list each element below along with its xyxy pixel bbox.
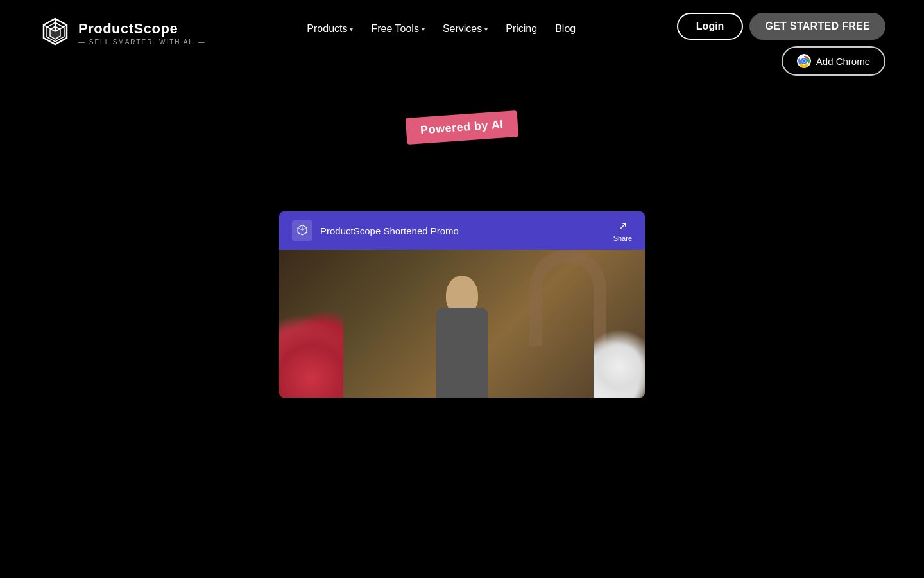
nav-links: Products ▾ Free Tools ▾ Services ▾ Prici… bbox=[300, 13, 582, 39]
chrome-icon bbox=[797, 54, 811, 68]
logo-icon bbox=[38, 16, 72, 49]
chevron-down-icon: ▾ bbox=[350, 26, 353, 33]
logo-name: ProductScope bbox=[78, 21, 206, 37]
video-channel-logo bbox=[292, 220, 312, 241]
navbar: ProductScope — SELL SMARTER. WITH AI. — … bbox=[0, 0, 924, 76]
chevron-down-icon: ▾ bbox=[484, 26, 488, 33]
nav-actions: Login GET STARTED FREE Add Chro bbox=[677, 13, 886, 76]
nav-actions-top: Login GET STARTED FREE bbox=[677, 13, 886, 40]
video-flowers-right bbox=[594, 320, 645, 398]
logo-text: ProductScope — SELL SMARTER. WITH AI. — bbox=[78, 21, 206, 46]
add-chrome-button[interactable]: Add Chrome bbox=[782, 46, 886, 76]
nav-free-tools[interactable]: Free Tools ▾ bbox=[364, 19, 431, 39]
video-flowers-left bbox=[279, 301, 343, 398]
svg-point-11 bbox=[803, 60, 805, 62]
video-figure bbox=[404, 263, 520, 398]
svg-line-15 bbox=[302, 227, 307, 230]
nav-products[interactable]: Products ▾ bbox=[300, 19, 359, 39]
logo-tagline: — SELL SMARTER. WITH AI. — bbox=[78, 39, 206, 46]
share-icon: ↗ bbox=[618, 219, 628, 233]
powered-badge-wrapper: Powered by AI bbox=[406, 114, 518, 141]
video-thumbnail[interactable] bbox=[279, 250, 645, 398]
get-started-button[interactable]: GET STARTED FREE bbox=[749, 13, 886, 40]
share-label: Share bbox=[613, 234, 632, 242]
video-share-button[interactable]: ↗ Share bbox=[613, 219, 632, 242]
svg-marker-6 bbox=[50, 26, 60, 39]
svg-line-14 bbox=[298, 227, 302, 230]
chevron-down-icon: ▾ bbox=[422, 26, 425, 33]
nav-blog[interactable]: Blog bbox=[549, 19, 582, 39]
video-title: ProductScope Shortened Promo bbox=[320, 225, 459, 236]
logo[interactable]: ProductScope — SELL SMARTER. WITH AI. — bbox=[38, 13, 206, 49]
video-header: ProductScope Shortened Promo ↗ Share bbox=[279, 211, 645, 250]
powered-by-badge: Powered by AI bbox=[406, 110, 518, 144]
video-header-left: ProductScope Shortened Promo bbox=[292, 220, 459, 241]
nav-pricing[interactable]: Pricing bbox=[499, 19, 543, 39]
video-container[interactable]: ProductScope Shortened Promo ↗ Share bbox=[279, 211, 645, 398]
login-button[interactable]: Login bbox=[677, 13, 744, 40]
main-content: Powered by AI ProductScope Shortened Pro… bbox=[0, 114, 924, 398]
figure-body bbox=[436, 308, 488, 398]
nav-services[interactable]: Services ▾ bbox=[436, 19, 494, 39]
